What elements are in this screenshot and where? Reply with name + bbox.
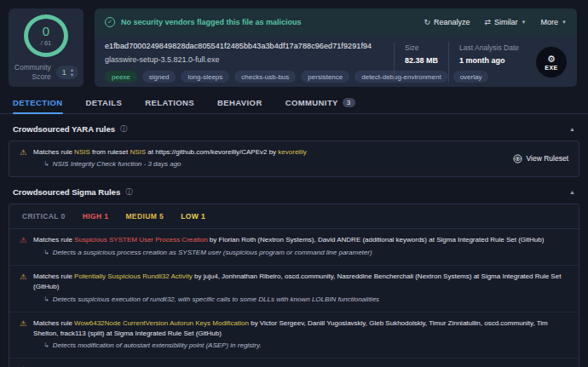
community-count-badge: 3: [343, 98, 355, 107]
tab-relations[interactable]: RELATIONS: [145, 91, 194, 113]
severity-critical[interactable]: CRITICAL 0: [22, 212, 66, 221]
tab-community[interactable]: COMMUNITY 3: [285, 91, 355, 113]
sigma-rules-box: CRITICAL 0 HIGH 1 MEDIUM 5 LOW 1 ⚠ Match…: [9, 204, 579, 367]
reanalyze-label: Reanalyze: [434, 18, 470, 26]
yara-rule-row: ⚠ Matches rule NSIS from ruleset NSIS at…: [9, 141, 579, 176]
size-value: 82.38 MB: [405, 56, 438, 65]
file-tags: peexe signed long-sleeps checks-usb-bus …: [105, 71, 385, 83]
reanalyze-button[interactable]: ↻ Reanalyze: [424, 18, 470, 26]
verdict-banner: ✓ No security vendors flagged this file …: [95, 9, 577, 35]
community-votes-control[interactable]: 1 ▲▼: [56, 66, 78, 79]
warning-triangle-icon: ⚠: [20, 318, 26, 330]
chevron-down-icon: ▼: [522, 20, 527, 25]
yara-rules-box: ⚠ Matches rule NSIS from ruleset NSIS at…: [9, 140, 579, 177]
detection-score-ring: 0 / 61: [24, 14, 68, 57]
yara-rule-text: Matches rule NSIS from ruleset NSIS at h…: [33, 147, 500, 158]
sigma-rule-row: ⚠ Matches rule Suspicious SYSTEM User Pr…: [9, 229, 579, 265]
view-ruleset-button[interactable]: View Ruleset: [513, 154, 568, 163]
sigma-rule-description: ↳Detects modification of autostart exten…: [33, 341, 568, 351]
tag-persistence[interactable]: persistence: [301, 71, 349, 83]
severity-low[interactable]: LOW 1: [181, 212, 205, 221]
similar-button[interactable]: ⇄ Similar ▼: [485, 18, 527, 26]
yara-rule-description: ↳NSIS Integrity Check function - 3 days …: [33, 159, 500, 169]
more-button[interactable]: More ▼: [541, 18, 567, 26]
info-icon: ⓘ: [120, 124, 128, 135]
collapse-chevron-icon[interactable]: ▲: [569, 126, 575, 132]
sigma-rule-name[interactable]: Potentially Suspicious Rundll32 Activity: [74, 272, 193, 280]
gear-icon: ⚙: [547, 54, 556, 64]
sigma-rule-text: Matches rule Suspicious SYSTEM User Proc…: [33, 235, 568, 245]
tab-details-label: DETAILS: [86, 98, 123, 107]
tab-community-label: COMMUNITY: [285, 98, 338, 107]
vote-arrows-icon[interactable]: ▲▼: [70, 67, 74, 77]
community-score-label: Community Score: [14, 63, 51, 82]
size-label: Size: [405, 43, 438, 52]
tag-peexe[interactable]: peexe: [105, 71, 137, 83]
check-circle-icon: ✓: [105, 17, 115, 27]
sigma-rule-row: ⚠ Matches rule Wow6432Node CurrentVersio…: [9, 313, 579, 359]
file-summary-area: 0 / 61 Community Score 1 ▲▼ ✓ No securit…: [0, 0, 588, 87]
tab-bar: DETECTION DETAILS RELATIONS BEHAVIOR COM…: [0, 91, 588, 114]
file-size-block: Size 82.38 MB: [394, 42, 448, 83]
tab-behavior[interactable]: BEHAVIOR: [217, 91, 262, 113]
sigma-rule-description: ↳Detects a suspicious process creation a…: [33, 248, 568, 258]
tag-long-sleeps[interactable]: long-sleeps: [181, 71, 229, 83]
file-meta: Size 82.38 MB Last Analysis Date 1 month…: [394, 42, 567, 83]
view-ruleset-label: View Ruleset: [527, 154, 568, 163]
tab-details[interactable]: DETAILS: [86, 91, 123, 113]
more-label: More: [541, 18, 559, 26]
sigma-rule-row: ⚠ Matches rule Potentially Suspicious Ru…: [9, 266, 579, 313]
similar-label: Similar: [494, 18, 518, 26]
tab-relations-label: RELATIONS: [145, 98, 194, 107]
warning-triangle-icon: ⚠: [20, 272, 26, 284]
info-icon: ⓘ: [125, 187, 133, 198]
severity-medium[interactable]: MEDIUM 5: [125, 212, 164, 221]
yara-author[interactable]: kevoreilly: [278, 148, 306, 156]
filetype-exe-badge: ⚙ EXE: [536, 47, 567, 77]
detections-count: 0: [43, 25, 49, 37]
sigma-rule-description: ↳Detects suspicious execution of rundll3…: [33, 295, 568, 305]
yara-ruleset-name[interactable]: NSIS: [130, 148, 146, 156]
sigma-rule-text: Matches rule Wow6432Node CurrentVersion …: [33, 318, 568, 340]
file-actions: ↻ Reanalyze ⇄ Similar ▼ More ▼: [424, 18, 567, 26]
tab-detection[interactable]: DETECTION: [13, 91, 63, 113]
file-hash[interactable]: e1fbad7000249849828dac805541f2485bb43a3b…: [105, 42, 385, 50]
last-analysis-block: Last Analysis Date 1 month ago: [448, 42, 529, 83]
last-analysis-label: Last Analysis Date: [459, 43, 519, 52]
yara-rule-name[interactable]: NSIS: [74, 148, 90, 156]
sigma-rule-text: Matches rule Potentially Suspicious Rund…: [33, 272, 568, 293]
tag-signed[interactable]: signed: [142, 71, 176, 83]
tab-behavior-label: BEHAVIOR: [217, 98, 262, 107]
community-score-card: 0 / 61 Community Score 1 ▲▼: [9, 9, 84, 87]
sigma-section-title: Crowdsourced Sigma Rules: [13, 187, 120, 197]
sigma-rule-name[interactable]: Suspicious SYSTEM User Process Creation: [74, 236, 208, 244]
reanalyze-icon: ↻: [424, 18, 430, 26]
sigma-rule-row: ⚠ Matches rule CurrentVersion Autorun Ke…: [9, 358, 579, 367]
warning-triangle-icon: ⚠: [20, 147, 26, 159]
engines-total: / 61: [41, 39, 52, 47]
collapse-chevron-icon[interactable]: ▲: [569, 189, 575, 195]
eye-icon: [513, 154, 522, 163]
votes-count: 1: [62, 68, 66, 77]
tab-detection-label: DETECTION: [13, 98, 63, 107]
filetype-label: EXE: [545, 65, 558, 71]
yara-section-header: Crowdsourced YARA rules ⓘ ▲: [0, 120, 588, 138]
verdict-text: No security vendors flagged this file as…: [121, 18, 302, 26]
severity-filter-row: CRITICAL 0 HIGH 1 MEDIUM 5 LOW 1: [9, 204, 579, 229]
file-details: e1fbad7000249849828dac805541f2485bb43a3b…: [95, 35, 577, 87]
tag-checks-usb-bus[interactable]: checks-usb-bus: [234, 71, 296, 83]
file-info-card: ✓ No security vendors flagged this file …: [95, 9, 577, 87]
file-name: glasswire-setup-3.5.821.0-full.exe: [105, 55, 385, 64]
last-analysis-value: 1 month ago: [459, 56, 519, 65]
yara-section-title: Crowdsourced YARA rules: [13, 124, 115, 134]
chevron-down-icon: ▼: [562, 20, 567, 25]
sigma-section-header: Crowdsourced Sigma Rules ⓘ ▲: [0, 183, 588, 201]
sigma-rule-name[interactable]: Wow6432Node CurrentVersion Autorun Keys …: [74, 319, 249, 327]
warning-triangle-icon: ⚠: [20, 235, 26, 247]
severity-high[interactable]: HIGH 1: [83, 212, 109, 221]
similar-icon: ⇄: [485, 18, 492, 26]
